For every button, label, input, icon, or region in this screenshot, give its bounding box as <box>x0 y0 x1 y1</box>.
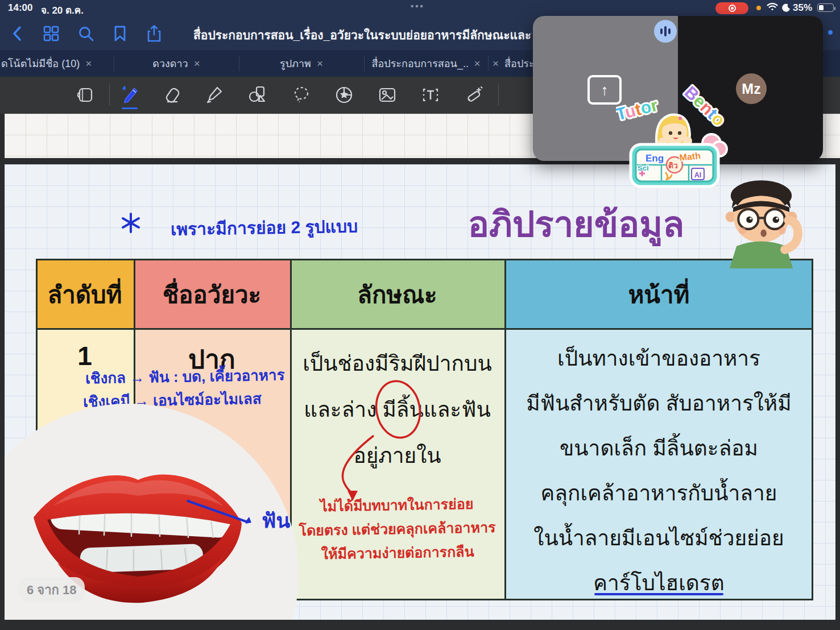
status-bar: 14:00 จ. 20 ต.ค. ••• 35% <box>0 0 840 16</box>
thumbnails-grid-button[interactable] <box>41 23 61 44</box>
audio-route-button[interactable] <box>654 20 677 43</box>
shapes-tool[interactable] <box>247 85 268 105</box>
do-not-disturb-moon-icon <box>781 3 791 13</box>
battery-icon <box>817 3 834 12</box>
header-label-characteristics: ลักษณะ <box>290 259 504 330</box>
pen-selected-indicator <box>122 107 138 109</box>
eraser-tool[interactable] <box>163 85 184 105</box>
function-line: มีฟันสำหรับตัด สับอาหารให้มี <box>506 381 812 426</box>
close-icon[interactable]: × <box>85 57 92 70</box>
text-tool[interactable] <box>420 85 441 105</box>
tab-label: รูปภาพ <box>280 55 311 72</box>
tab-pictures[interactable]: รูปภาพ × <box>239 50 364 77</box>
page-indicator: 6 จาก 18 <box>19 577 85 603</box>
pen-tool-selected[interactable] <box>119 85 140 105</box>
red-note-line: โดยตรง แต่ช่วยคลุกเคล้าอาหาร <box>292 515 503 542</box>
tab-label: ดวงดาว <box>152 55 188 72</box>
tab-teaching-media-1[interactable]: สื่อประกอบการสอน_... × <box>364 50 488 77</box>
function-line: ในน้ำลายมีเอนไซม์ช่วยย่อย <box>506 516 812 561</box>
tab-label: ุดโน้ตไม่มีชื่อ (10) <box>1 55 80 72</box>
document-title: สื่อประกอบการสอน_เรื่อง_อวัยวะในระบบย่อย… <box>193 26 532 44</box>
lasso-tool[interactable] <box>291 85 312 105</box>
header-label-organ: ชื่ออวัยวะ <box>134 259 290 330</box>
multitask-dots-icon[interactable]: ••• <box>411 1 425 11</box>
function-line: เป็นทางเข้าของอาหาร <box>506 336 812 381</box>
wifi-icon <box>767 3 778 12</box>
bookmark-button[interactable] <box>110 23 130 44</box>
characteristics-line: เป็นช่องมีริมฝีปากบน <box>292 341 503 387</box>
tooth-ink-label: ฟัน <box>262 504 290 537</box>
back-button[interactable] <box>7 23 27 44</box>
clock: 14:00 <box>8 2 32 14</box>
highlighter-tool[interactable] <box>204 85 225 105</box>
svg-text:Tutor: Tutor <box>616 96 660 124</box>
header-label-order: ลำดับที่ <box>36 259 134 330</box>
record-icon <box>729 5 736 12</box>
tab-stars[interactable]: ดวงดาว × <box>114 50 239 77</box>
ipad-screen: เพราะมีการย่อย 2 รูปแบบ อภิปรายข้อมูล <box>0 0 840 630</box>
characteristics-red-note: ไม่ได้มีบทบาทในการย่อย โดยตรง แต่ช่วยคลุ… <box>291 491 503 566</box>
close-icon[interactable]: × <box>194 57 200 70</box>
microphone-in-use-dot <box>756 6 761 10</box>
characteristics-line: อยู่ภายใน <box>292 433 503 479</box>
header-label-function: หน้าที่ <box>504 259 813 330</box>
row-function: เป็นทางเข้าของอาหาร มีฟันสำหรับตัด สับอา… <box>506 336 812 606</box>
close-icon[interactable]: × <box>317 57 323 70</box>
function-line: คลุกเคล้าอาหารกับน้ำลาย <box>506 471 812 516</box>
sticker-tool[interactable] <box>334 85 354 105</box>
red-note-line: ให้มีความง่ายต่อการกลืน <box>292 539 503 566</box>
function-line: คาร์โบไฮเดรต <box>506 561 812 606</box>
image-tool[interactable] <box>377 85 398 105</box>
handwritten-annotation: เพราะมีการย่อย 2 รูปแบบ <box>171 213 358 243</box>
notification-dot <box>828 30 833 35</box>
row-characteristics: เป็นช่องมีริมฝีปากบน และล่าง มีลิ้นและฟั… <box>292 341 503 479</box>
search-button[interactable] <box>76 23 96 44</box>
page-panel-tool[interactable] <box>75 85 96 105</box>
svg-text:Sci: Sci <box>638 164 649 172</box>
characteristics-line: และล่าง มีลิ้นและฟัน <box>292 387 503 433</box>
close-icon[interactable]: × <box>474 57 480 70</box>
red-note-line: ไม่ได้มีบทบาทในการย่อย <box>291 491 503 519</box>
share-button[interactable] <box>144 23 164 44</box>
page-title: อภิปรายข้อมูล <box>442 196 710 252</box>
svg-text:Eng: Eng <box>645 153 664 164</box>
svg-text:ติว: ติว <box>668 161 678 170</box>
tab-label: สื่อประกอบการสอน_... <box>371 55 468 72</box>
participant-avatar[interactable]: Mz <box>736 73 767 104</box>
wand-tool[interactable] <box>463 85 483 105</box>
organ-note-mechanical: เชิงกล → ฟัน : บด, เคี้ยวอาหาร <box>85 363 313 390</box>
close-icon[interactable]: × <box>493 57 499 70</box>
tutor-bento-sticker: Tutor Bento Eng <box>616 80 738 193</box>
notebook-page: เพราะมีการย่อย 2 รูปแบบ อภิปรายข้อมูล <box>5 164 835 620</box>
function-line: ขนาดเล็ก มีลิ้นตะล่อม <box>506 426 812 471</box>
screen-recording-indicator[interactable] <box>715 2 748 14</box>
svg-text:AI: AI <box>694 171 701 179</box>
battery-percent: 35% <box>793 2 812 14</box>
tab-untitled-notebook[interactable]: ุดโน้ตไม่มีชื่อ (10) × <box>0 50 114 77</box>
status-date: จ. 20 ต.ค. <box>41 2 84 18</box>
